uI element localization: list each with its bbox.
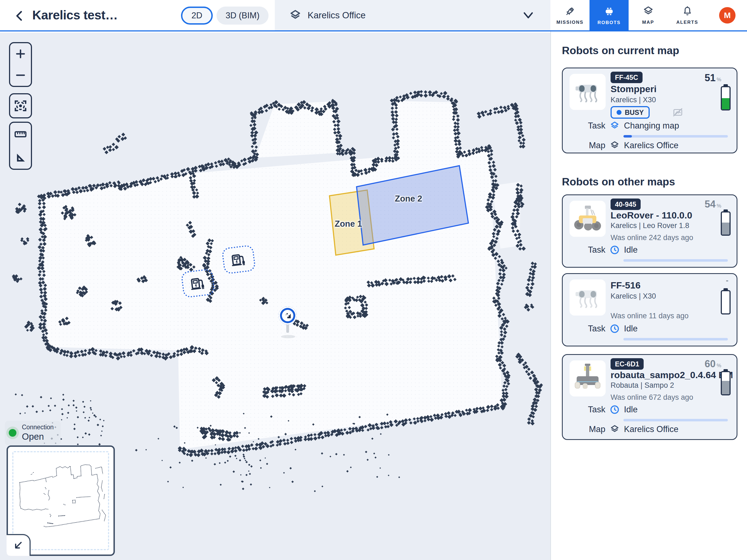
chevron-down-icon[interactable] bbox=[522, 10, 535, 21]
view-toggle-2d[interactable]: 2D bbox=[181, 6, 213, 25]
zoom-out-button[interactable] bbox=[10, 65, 31, 85]
task-row: Task Idle bbox=[570, 405, 638, 414]
main-nav: MISSIONS ROBOTS MAP bbox=[550, 0, 707, 30]
layers-icon bbox=[643, 5, 654, 17]
robot-id-badge: FF-45C bbox=[611, 72, 643, 83]
tab-missions[interactable]: MISSIONS bbox=[550, 0, 590, 30]
view-toggle-2d-label: 2D bbox=[191, 11, 202, 21]
clock-icon bbox=[609, 245, 620, 255]
tab-alerts[interactable]: ALERTS bbox=[668, 0, 707, 30]
charging-station-marker[interactable] bbox=[222, 245, 256, 274]
measure-controls bbox=[9, 122, 32, 170]
chevron-left-icon bbox=[14, 10, 26, 22]
robot-card-ff516[interactable]: FF-516 Karelics | X30 Was online 11 days… bbox=[562, 273, 738, 347]
map-row: Map Karelics Office bbox=[570, 424, 678, 434]
robot-card-stompperi[interactable]: FF-45C Stompperi Karelics | X30 BUSY 51%… bbox=[562, 68, 738, 153]
task-progress-bar bbox=[623, 135, 728, 137]
status-chip: BUSY bbox=[611, 106, 650, 119]
ruler-button[interactable] bbox=[10, 124, 31, 145]
connection-label: Connection bbox=[22, 424, 54, 431]
minimap-collapse-button[interactable] bbox=[6, 534, 31, 556]
tab-robots[interactable]: ROBOTS bbox=[590, 0, 628, 30]
recenter-control bbox=[9, 93, 32, 119]
connection-value: Open bbox=[22, 432, 54, 442]
map-value: Karelics Office bbox=[624, 424, 678, 434]
charging-station-marker[interactable] bbox=[181, 268, 215, 298]
battery-percent: 54% bbox=[705, 199, 721, 210]
stairs-sign-face bbox=[282, 310, 293, 321]
robot-card-robauta[interactable]: EC-6D1 robauta_sampo2_0.4.64 BM Robauta … bbox=[562, 354, 738, 440]
task-value: Idle bbox=[624, 324, 638, 334]
task-label: Task bbox=[570, 245, 606, 255]
minimap[interactable] bbox=[6, 446, 115, 556]
battery-icon bbox=[721, 209, 730, 236]
task-row: Task Idle bbox=[570, 245, 638, 255]
robot-id-badge: 40-945 bbox=[611, 199, 641, 210]
battery-icon bbox=[721, 369, 730, 396]
robot-dog-image bbox=[571, 75, 604, 108]
avatar-initial: M bbox=[724, 11, 731, 20]
status-dot bbox=[617, 110, 621, 115]
robot-dog-image bbox=[571, 281, 604, 314]
connection-status: Connection Open bbox=[5, 421, 61, 445]
zone-1-label: Zone 1 bbox=[335, 219, 362, 229]
layers-task-icon bbox=[609, 121, 620, 131]
last-online: Was online 672 days ago bbox=[611, 393, 693, 402]
view-toggle-3d-label: 3D (BIM) bbox=[226, 11, 259, 21]
set-square-button[interactable] bbox=[10, 147, 31, 168]
status-text: BUSY bbox=[625, 108, 644, 117]
task-progress-bar bbox=[623, 259, 728, 262]
robot-photo bbox=[570, 201, 606, 237]
robot-photo bbox=[570, 74, 606, 110]
current-map-heading: Robots on current map bbox=[562, 45, 679, 57]
task-label: Task bbox=[570, 121, 606, 131]
task-progress-bar bbox=[623, 338, 728, 340]
robot-model: Karelics | Leo Rover 1.8 bbox=[611, 222, 689, 230]
zoom-in-button[interactable] bbox=[10, 44, 31, 64]
layers-map-icon bbox=[609, 141, 620, 150]
layers-icon bbox=[289, 9, 302, 22]
stairs-sign-marker[interactable] bbox=[279, 307, 297, 325]
user-avatar[interactable]: M bbox=[719, 7, 736, 24]
battery-percent: - bbox=[726, 276, 728, 285]
task-progress-bar bbox=[623, 419, 728, 422]
battery-icon bbox=[721, 84, 730, 110]
robot-name: robauta_sampo2_0.4.64 BM bbox=[611, 370, 733, 380]
top-bar: Karelics test… 2D 3D (BIM) Karelics Offi… bbox=[0, 0, 747, 31]
tab-robots-label: ROBOTS bbox=[597, 20, 621, 25]
last-online: Was online 11 days ago bbox=[611, 312, 689, 320]
map-selector-dropdown[interactable]: Karelics Office bbox=[275, 0, 550, 30]
stairs-icon bbox=[284, 311, 292, 320]
focus-robot-button[interactable] bbox=[10, 96, 31, 116]
back-button[interactable] bbox=[12, 8, 27, 24]
charging-station-icon bbox=[230, 251, 247, 268]
arrow-down-left-icon bbox=[12, 540, 24, 551]
rocket-icon bbox=[564, 5, 576, 17]
robot-photo bbox=[570, 360, 606, 397]
robot-name: LeoRover - 110.0.0 bbox=[611, 210, 692, 221]
focus-icon bbox=[14, 99, 27, 113]
tab-map[interactable]: MAP bbox=[628, 0, 668, 30]
plus-icon bbox=[15, 48, 27, 60]
marker-shadow bbox=[281, 335, 295, 338]
map-row: Map Karelics Office bbox=[570, 141, 678, 150]
bell-icon bbox=[681, 5, 693, 17]
zoom-controls bbox=[9, 42, 32, 87]
robot-model: Karelics | X30 bbox=[611, 96, 656, 104]
map-viewport[interactable]: Zone 2 Zone 1 bbox=[0, 32, 550, 560]
rover-image bbox=[571, 202, 604, 235]
robots-panel: Robots on current map FF-45C Stompperi K… bbox=[550, 31, 747, 560]
camera-off-icon bbox=[672, 107, 684, 118]
robot-model: Karelics | X30 bbox=[611, 292, 656, 301]
app-window: Karelics test… 2D 3D (BIM) Karelics Offi… bbox=[0, 0, 747, 560]
map-selector-value: Karelics Office bbox=[308, 10, 366, 21]
task-value: Idle bbox=[624, 245, 638, 255]
amr-image bbox=[571, 362, 604, 395]
view-toggle-3d[interactable]: 3D (BIM) bbox=[216, 6, 268, 25]
robot-card-leorover[interactable]: 40-945 LeoRover - 110.0.0 Karelics | Leo… bbox=[562, 195, 738, 268]
robot-model: Robauta | Sampo 2 bbox=[611, 381, 674, 390]
robot-icon bbox=[603, 5, 615, 17]
battery-percent: 51% bbox=[705, 72, 721, 84]
battery-percent: 60% bbox=[705, 358, 721, 370]
task-label: Task bbox=[570, 324, 606, 334]
